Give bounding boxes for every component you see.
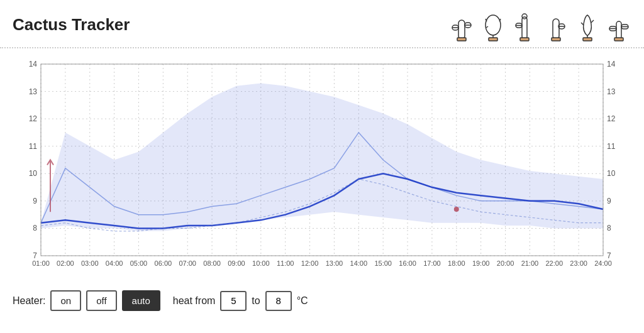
cactus-icons-group [449,8,631,42]
svg-line-11 [486,26,488,28]
cactus-icon-6 [606,8,631,42]
svg-rect-25 [616,21,621,39]
svg-rect-30 [614,38,623,41]
controls-bar: Heater: on off auto heat from to °C [0,284,644,311]
svg-rect-22 [583,38,592,41]
btn-off[interactable]: off [86,290,116,311]
cactus-icon-4 [543,8,569,42]
svg-rect-20 [552,38,560,41]
chart-container [13,55,631,281]
btn-on[interactable]: on [50,290,81,311]
page-title: Cactus Tracker [13,15,130,35]
svg-point-6 [486,15,501,35]
cactus-icon-2 [480,8,506,42]
svg-rect-8 [489,38,497,41]
svg-line-24 [591,20,594,23]
heat-from-label: heat from [173,295,216,307]
svg-rect-15 [520,38,529,41]
chart-canvas [13,55,631,281]
unit-label: °C [297,295,308,307]
cactus-icon-1 [449,8,474,42]
btn-auto[interactable]: auto [122,290,160,311]
cactus-icon-3 [512,8,537,42]
heater-label: Heater: [13,295,45,307]
svg-rect-5 [457,38,466,41]
svg-point-16 [522,14,527,19]
svg-rect-12 [522,17,527,39]
svg-rect-0 [458,20,465,39]
to-label: to [252,295,260,307]
svg-rect-17 [553,19,559,39]
heat-from-input[interactable] [220,291,247,311]
heat-to-input[interactable] [265,291,292,311]
cactus-icon-5 [575,8,600,42]
